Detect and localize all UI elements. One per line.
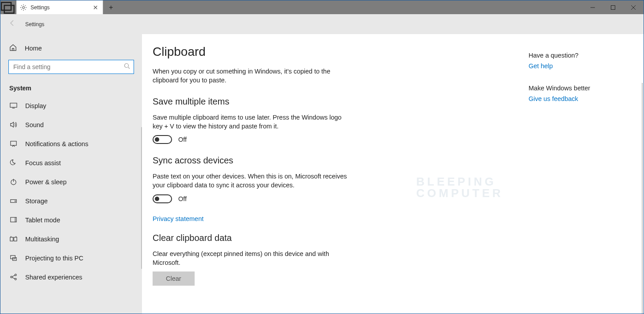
app-header: Settings [0,14,644,34]
svg-point-7 [125,64,129,68]
home-icon [9,44,17,53]
toggle-sync-label: Off [178,195,187,202]
sidebar-item-focus-assist[interactable]: Focus assist [0,153,142,172]
power-icon [9,178,17,186]
tab-title: Settings [31,4,88,11]
get-help-link[interactable]: Get help [529,62,626,70]
svg-rect-1 [4,5,14,13]
nav-label: Notifications & actions [25,140,88,147]
display-icon [9,102,17,109]
svg-line-8 [128,67,130,69]
svg-rect-4 [611,5,615,9]
gear-icon [20,4,27,11]
svg-rect-19 [14,237,17,241]
tablet-icon [9,216,17,224]
clear-button[interactable]: Clear [153,271,195,286]
nav-label: Tablet mode [25,217,60,224]
search-icon [124,63,130,71]
aside: Have a question? Get help Make Windows b… [529,52,626,117]
page-intro: When you copy or cut something in Window… [153,67,343,85]
moon-icon [9,159,17,167]
nav-label: Sound [25,121,44,128]
new-tab-button[interactable]: + [103,0,119,14]
close-button[interactable] [623,0,644,14]
sound-icon [9,121,17,128]
sidebar-item-sound[interactable]: Sound [0,115,142,134]
tab-close-button[interactable]: ✕ [92,4,99,11]
header-title: Settings [25,21,44,27]
maximize-button[interactable] [603,0,623,14]
toggle-save-multiple[interactable] [153,135,172,144]
storage-icon [9,197,17,205]
svg-rect-18 [10,237,13,241]
back-button[interactable] [8,19,16,29]
search-input[interactable] [8,60,134,74]
section-sync-desc: Paste text on your other devices. When t… [153,172,352,190]
nav-label: Projecting to this PC [25,255,83,262]
nav-label: Multitasking [25,236,59,243]
section-clear-heading: Clear clipboard data [153,233,418,243]
section-save-multiple-heading: Save multiple items [153,97,418,107]
svg-rect-0 [1,3,11,11]
privacy-statement-link[interactable]: Privacy statement [153,215,203,222]
shared-icon [9,273,17,281]
nav-label: Shared experiences [25,274,82,281]
category-heading: System [0,78,142,96]
sidebar-item-shared-experiences[interactable]: Shared experiences [0,267,142,287]
sidebar-item-tablet-mode[interactable]: Tablet mode [0,210,142,229]
sidebar-item-display[interactable]: Display [0,96,142,115]
section-clear-desc: Clear everything (except pinned items) o… [153,249,352,267]
sidebar-item-power-sleep[interactable]: Power & sleep [0,172,142,191]
titlebar: Settings ✕ + [0,0,644,14]
svg-rect-9 [10,103,16,107]
toggle-sync[interactable] [153,194,172,203]
svg-rect-11 [10,141,16,145]
watermark: BLEEPING COMPUTER [416,176,503,199]
tab-settings[interactable]: Settings ✕ [16,0,103,14]
nav-label: Display [25,102,46,109]
svg-line-27 [12,275,15,277]
aside-question-heading: Have a question? [529,52,626,59]
home-label: Home [25,45,42,52]
sidebar-item-notifications[interactable]: Notifications & actions [0,134,142,153]
svg-point-25 [15,274,16,276]
main-scrollbar[interactable] [642,83,643,314]
sidebar-item-multitasking[interactable]: Multitasking [0,229,142,248]
toggle-save-multiple-label: Off [178,136,187,143]
svg-point-26 [15,278,16,280]
page-title: Clipboard [153,45,418,59]
nav-label: Storage [25,198,48,205]
svg-point-15 [15,201,15,202]
multitasking-icon [9,235,17,243]
svg-point-24 [10,276,12,278]
section-sync-heading: Sync across devices [153,155,418,166]
svg-line-28 [12,277,15,279]
nav-label: Focus assist [25,159,61,167]
projecting-icon [9,254,17,262]
svg-rect-16 [10,217,16,222]
notifications-icon [9,140,17,147]
section-save-multiple-desc: Save multiple clipboard items to use lat… [153,113,352,131]
nav-label: Power & sleep [25,178,67,186]
sidebar-item-projecting[interactable]: Projecting to this PC [0,248,142,267]
svg-point-2 [23,6,25,8]
task-view-icon[interactable] [0,0,16,14]
main-content: Clipboard When you copy or cut something… [142,34,644,314]
sidebar: Home System Display Sound Notifications … [0,34,142,314]
aside-feedback-heading: Make Windows better [529,85,626,92]
sidebar-item-storage[interactable]: Storage [0,191,142,210]
give-feedback-link[interactable]: Give us feedback [529,95,626,102]
home-nav[interactable]: Home [0,39,142,57]
minimize-button[interactable] [583,0,603,14]
